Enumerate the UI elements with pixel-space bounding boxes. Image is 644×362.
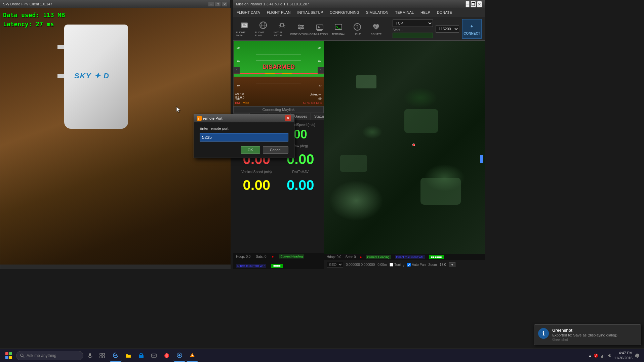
ah-sky bbox=[234, 41, 324, 77]
dialog-cancel-button[interactable]: Cancel bbox=[263, 146, 288, 154]
taskbar-mic-btn[interactable] bbox=[84, 350, 96, 362]
win-logo-green bbox=[9, 352, 12, 355]
latency-text: Latency: 27 ms bbox=[3, 19, 65, 29]
toolbar-terminal[interactable]: TERMINAL bbox=[330, 19, 347, 38]
map-direct-wp-btn[interactable]: Direct to current WP bbox=[395, 255, 425, 259]
mp-close-btn[interactable]: ✕ bbox=[477, 1, 482, 7]
network-icon bbox=[600, 353, 605, 358]
tray-expand-btn[interactable]: ▲ bbox=[588, 354, 592, 358]
ah-pitch-20 bbox=[256, 54, 301, 54]
fpv-close-btn[interactable]: ✕ bbox=[222, 2, 227, 6]
clock-date: 11/30/2016 bbox=[614, 356, 633, 360]
fpv-overlay: Data used: 113 MB Latency: 27 ms bbox=[3, 10, 65, 29]
toolbar-donate[interactable]: $ DONATE bbox=[368, 19, 385, 38]
taskbar-store-btn[interactable] bbox=[135, 350, 147, 362]
toolbar-config-label: CONFIG/TUNING bbox=[290, 33, 312, 36]
mp-window-controls: − ❐ ✕ bbox=[466, 1, 482, 7]
toolbar-initial-setup[interactable]: INITIAL SETUP bbox=[274, 19, 290, 38]
mp-minimize-btn[interactable]: − bbox=[466, 1, 470, 7]
remote-port-dialog: r remote Port ✕ Enter remote port OK Can… bbox=[194, 114, 294, 158]
hdop-text: Hdop: 0.0 bbox=[236, 255, 250, 258]
toolbar-simulation[interactable]: SIMULATION bbox=[311, 19, 328, 38]
svg-rect-28 bbox=[100, 353, 102, 355]
greenshot-content: Greenshot Exported to: Save as (displayi… bbox=[552, 328, 637, 341]
greenshot-title: Greenshot bbox=[552, 328, 637, 333]
toolbar-donate-label: DONATE bbox=[371, 33, 382, 36]
map-geo-select[interactable]: GEO bbox=[327, 262, 343, 268]
distmav-block: DistToMAV bbox=[280, 170, 321, 174]
autopan-checkbox[interactable] bbox=[407, 263, 411, 267]
ah-pitch-neg10 bbox=[256, 83, 301, 83]
toolbar-flight-data[interactable]: FLIGHT DATA bbox=[236, 19, 253, 38]
menu-donate[interactable]: DONATE bbox=[434, 9, 455, 16]
menu-simulation[interactable]: SIMULATION bbox=[363, 9, 392, 16]
direct-wp-btn[interactable]: Direct to current WP bbox=[236, 264, 266, 268]
vspeed-block: Vertical Speed (m/s) bbox=[236, 170, 277, 174]
toolbar-flight-plan[interactable]: FLIGHT PLAN bbox=[255, 19, 272, 38]
mp-restore-btn[interactable]: ❐ bbox=[471, 1, 476, 7]
autopan-checkbox-label: Auto Pan bbox=[407, 263, 426, 267]
map-container[interactable]: Hdop: 0.0 Sats: 0 ● Current Heading Dire… bbox=[324, 41, 485, 269]
vspeed-value: 0.00 bbox=[236, 177, 277, 193]
greenshot-app: Greenshot bbox=[552, 338, 637, 341]
map-land-4 bbox=[420, 178, 461, 205]
taskbar: Ask me anything bbox=[0, 349, 644, 362]
current-heading-btn[interactable]: Current Heading bbox=[279, 254, 304, 258]
zoom-adjust-btn[interactable]: ▼ bbox=[449, 262, 455, 267]
menu-help[interactable]: HELP bbox=[417, 9, 434, 16]
toolbar-help-label: HELP bbox=[354, 33, 361, 36]
taskbar-explorer-btn[interactable] bbox=[122, 350, 134, 362]
mug-text: SKY ✦ D bbox=[74, 72, 110, 80]
fpv-title: Sky Drone FPV Client 1.0.147 bbox=[3, 2, 208, 6]
toolbar-config[interactable]: CONFIG/TUNING bbox=[292, 19, 309, 38]
start-button[interactable] bbox=[1, 350, 16, 362]
ah-alt-left: 0 bbox=[234, 67, 240, 74]
fpv-maximize-btn[interactable]: □ bbox=[215, 2, 220, 6]
mp-title: Mission Planner 1.3.41 build 1.1.6110.31… bbox=[236, 2, 466, 6]
baud-rate-select[interactable]: 115200 57600 9600 bbox=[436, 25, 459, 33]
stats-area: Stats... bbox=[393, 28, 433, 38]
taskbar-search[interactable]: Ask me anything bbox=[16, 351, 83, 360]
toolbar-help[interactable]: ? HELP bbox=[349, 19, 366, 38]
svg-rect-29 bbox=[103, 353, 105, 355]
greenshot-notification: ℹ Greenshot Exported to: Save as (displa… bbox=[534, 324, 641, 345]
svg-rect-32 bbox=[139, 355, 144, 358]
taskbar-opera-btn[interactable] bbox=[161, 350, 173, 362]
toolbar-flight-plan-label: FLIGHT PLAN bbox=[255, 31, 272, 37]
connection-type-select[interactable]: TCP UDP COM bbox=[393, 19, 433, 27]
menu-terminal[interactable]: TERMINAL bbox=[392, 9, 417, 16]
ah-pitch-neg20 bbox=[256, 90, 301, 90]
taskbar-fpv-btn[interactable] bbox=[173, 350, 186, 362]
notifications-icon[interactable] bbox=[635, 353, 640, 358]
taskbar-mail-btn[interactable] bbox=[148, 350, 160, 362]
dialog-ok-button[interactable]: OK bbox=[241, 146, 260, 154]
svg-rect-33 bbox=[152, 354, 156, 357]
menu-initial-setup[interactable]: INITIAL SETUP bbox=[294, 9, 326, 16]
hdop-bar-text: Hdop: 0.0 bbox=[327, 255, 341, 259]
map-satellite-view bbox=[324, 41, 485, 269]
map-heading-btn[interactable]: Current Heading bbox=[366, 255, 391, 259]
toolbar-terminal-label: TERMINAL bbox=[332, 33, 345, 36]
map-green-bar: ■■■■■■ bbox=[429, 255, 444, 259]
fpv-scrollbar[interactable] bbox=[0, 265, 231, 269]
fpv-minimize-btn[interactable]: − bbox=[208, 2, 214, 6]
map-altitude: 0.00m bbox=[377, 263, 387, 267]
svg-text:V: V bbox=[595, 354, 597, 358]
menu-config-tuning[interactable]: CONFIG/TUNING bbox=[326, 9, 363, 16]
connect-button[interactable]: CONNECT bbox=[462, 19, 482, 39]
svg-rect-40 bbox=[601, 356, 602, 358]
dialog-titlebar: r remote Port ✕ bbox=[194, 114, 294, 122]
remote-port-input[interactable] bbox=[200, 133, 288, 142]
dialog-close-button[interactable]: ✕ bbox=[285, 115, 291, 121]
menu-flight-plan[interactable]: FLIGHT PLAN bbox=[264, 9, 294, 16]
ah-display: NW NE 20 10 -10 -20 20 bbox=[233, 41, 324, 106]
vspeed-val-block: 0.00 bbox=[236, 177, 277, 193]
mug: SKY ✦ D bbox=[57, 18, 131, 132]
taskbar-mp-btn[interactable] bbox=[186, 350, 198, 362]
sats-red: ● bbox=[360, 255, 362, 259]
taskbar-edge-btn[interactable] bbox=[110, 350, 122, 362]
taskbar-taskview-btn[interactable] bbox=[96, 350, 108, 362]
volume-icon bbox=[607, 353, 612, 358]
tuning-checkbox[interactable] bbox=[390, 263, 393, 267]
menu-flight-data[interactable]: FLIGHT DATA bbox=[233, 9, 264, 16]
